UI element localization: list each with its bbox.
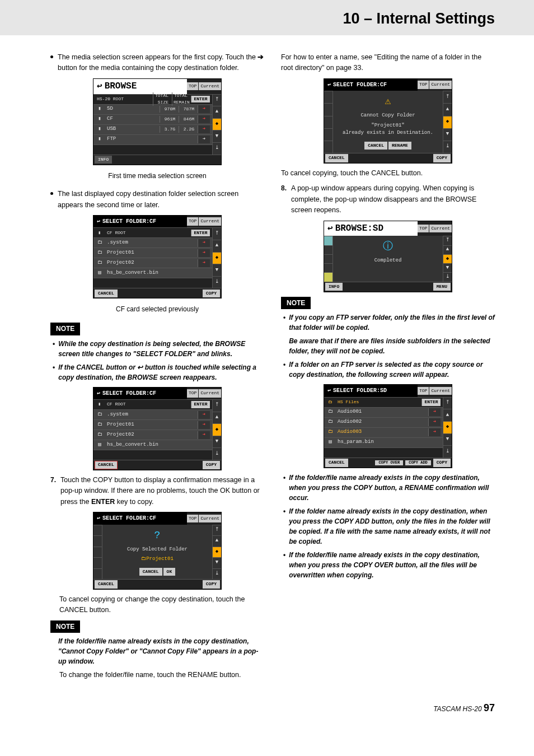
scrollbar[interactable]: ⤒▲◆▼⤓	[212, 399, 221, 460]
selected-folder: 🗀Project01	[141, 556, 174, 563]
top-tab[interactable]: TOP	[418, 225, 429, 232]
info-button[interactable]: INFO	[325, 283, 343, 291]
screen-title: ↩SELECT FOLDER:CF	[93, 388, 187, 400]
rename-button[interactable]: RENAME	[388, 142, 411, 150]
side-list	[324, 91, 333, 153]
current-tab[interactable]: Current	[429, 387, 452, 395]
top-tab[interactable]: TOP	[187, 515, 198, 522]
info-button[interactable]: INFO	[95, 156, 112, 164]
ok-button[interactable]: OK	[163, 568, 176, 576]
scroll-up-icon: ▲	[213, 106, 221, 118]
enter-button[interactable]: ENTER	[191, 401, 210, 408]
question-icon: ?	[154, 528, 161, 544]
copy-button[interactable]: COPY	[203, 290, 220, 297]
list-item[interactable]: ▮FTP➔	[93, 134, 212, 144]
enter-button[interactable]: ENTER	[421, 399, 441, 405]
copy-button[interactable]: COPY	[203, 461, 220, 469]
current-tab[interactable]: Current	[429, 81, 452, 88]
back-arrow-icon: ↩	[327, 386, 331, 395]
copy-button[interactable]: COPY	[433, 459, 451, 466]
screen-title: ↩SELECT FOLDER:CF	[93, 216, 187, 228]
current-tab[interactable]: Current	[199, 515, 221, 522]
enter-arrow-icon[interactable]: ➔	[198, 125, 210, 133]
body-text: A pop-up window appears during copying. …	[291, 183, 495, 216]
folder-icon: 🗀	[141, 556, 146, 562]
list-item[interactable]: ▮USB3.7G2.2G➔	[93, 124, 212, 134]
current-tab[interactable]: Current	[199, 217, 221, 225]
scrollbar[interactable]: ⤒▲◆▼⤓	[212, 94, 221, 155]
cancel-button[interactable]: CANCEL	[95, 461, 118, 469]
enter-button[interactable]: ENTER	[191, 96, 210, 102]
scrollbar[interactable]: ⤒▲◆▼⤓	[443, 91, 452, 153]
list-item[interactable]: 🗀.system➔	[93, 409, 212, 419]
current-tab[interactable]: Current	[199, 82, 221, 90]
body-text: To cancel copying or change the copy des…	[50, 594, 264, 616]
cancel-button[interactable]: CANCEL	[95, 580, 118, 588]
screenshot-select-cf: ↩SELECT FOLDER:CF TOP Current ▮CF ROOTEN…	[93, 215, 222, 299]
popup: ⓘ Completed	[333, 236, 443, 281]
list-item-selected[interactable]: 🗀Audio003➔	[324, 427, 443, 437]
list-item[interactable]: 🗀Project01➔	[93, 248, 212, 258]
top-tab[interactable]: TOP	[187, 389, 198, 397]
caption: First time media selection screen	[50, 171, 264, 181]
cancel-button[interactable]: CANCEL	[325, 459, 348, 466]
cancel-button[interactable]: CANCEL	[95, 290, 118, 297]
note-item: •If the CANCEL button or ↩ button is tou…	[53, 362, 264, 382]
copy-over-button[interactable]: COPY OVER	[375, 460, 403, 465]
back-arrow-icon: ↩	[137, 363, 143, 371]
bullet-icon	[50, 55, 53, 58]
folder-icon: 🗀	[96, 431, 104, 439]
note-label: NOTE	[50, 323, 80, 335]
enter-arrow-icon[interactable]: ➔	[198, 136, 210, 143]
cancel-button[interactable]: CANCEL	[139, 568, 162, 576]
list-item[interactable]: ▤hs_be_convert.bin	[93, 440, 212, 450]
note-item: •While the copy destination is being sel…	[53, 339, 264, 359]
list-item[interactable]: ▤hs_param.bin	[324, 437, 443, 447]
cf-icon: ▮	[96, 401, 104, 408]
cancel-button[interactable]: CANCEL	[364, 142, 387, 150]
top-tab[interactable]: TOP	[187, 82, 198, 90]
cancel-button[interactable]: CANCEL	[325, 154, 348, 162]
list-item[interactable]: 🗀Project02➔	[93, 258, 212, 268]
scrollbar[interactable]: ⤒▲◆▼⤓	[212, 525, 221, 579]
list-item[interactable]: 🗀Project02➔	[93, 430, 212, 440]
copy-add-button[interactable]: COPY ADD	[405, 460, 431, 465]
top-tab[interactable]: TOP	[418, 387, 429, 395]
scrollbar[interactable]: ⤒▲◆▼⤓	[443, 397, 452, 458]
list-item[interactable]: 🗀Audio001➔	[324, 407, 443, 417]
screen-title: ↩SELECT FOLDER:CF	[93, 512, 187, 525]
note-label: NOTE	[50, 620, 80, 633]
top-tab[interactable]: TOP	[418, 81, 429, 88]
list-item[interactable]: ▮SD970M787M➔	[93, 104, 212, 114]
enter-arrow-icon: ➔	[198, 259, 210, 267]
current-tab[interactable]: Current	[429, 225, 452, 232]
enter-arrow-icon[interactable]: ➔	[198, 105, 210, 113]
scrollbar[interactable]: ⤒▲◆▼⤓	[443, 236, 452, 281]
enter-button[interactable]: ENTER	[191, 230, 210, 236]
note-item: • If you copy an FTP server folder, only…	[283, 312, 495, 356]
menu-button[interactable]: MENU	[433, 283, 451, 291]
file-icon: ▤	[96, 441, 104, 449]
copy-button[interactable]: COPY	[203, 580, 220, 588]
top-tab[interactable]: TOP	[187, 217, 198, 225]
list-item[interactable]: 🗀Project01➔	[93, 419, 212, 430]
list-item[interactable]: ▤hs_be_convert.bin	[93, 268, 212, 278]
list-item[interactable]: ▮CF961M846M➔	[93, 114, 212, 124]
list-header: HS-20 ROOT TOTAL SIZE TOTAL REMAIN ENTER	[93, 94, 212, 104]
note-item: •If the folder/file name already exists …	[283, 550, 495, 580]
screenshot-browse: ↩BROWSE TOP Current HS-20 ROOT TOTAL SIZ…	[93, 78, 222, 165]
folder-icon: 🗀	[96, 411, 104, 419]
enter-arrow-icon[interactable]: ➔	[198, 115, 210, 123]
note-item: •If the folder/file name already exists …	[283, 473, 495, 503]
sd-icon: ▮	[96, 105, 104, 113]
list-item[interactable]: 🗀.system➔	[93, 237, 212, 248]
body-text: To cancel copying, touch the CANCEL butt…	[281, 168, 495, 179]
list-item[interactable]: 🗀Audio002➔	[324, 417, 443, 427]
scrollbar[interactable]: ⤒▲◆▼⤓	[212, 227, 221, 288]
current-tab[interactable]: Current	[199, 389, 221, 397]
screen-title: ↩SELECT FOLDER:CF	[324, 79, 418, 91]
left-column: The media selection screen appears for t…	[50, 52, 264, 685]
screen-title: ↩BROWSE	[93, 79, 187, 94]
cf-icon: ▮	[96, 230, 104, 236]
copy-button[interactable]: COPY	[433, 154, 451, 162]
